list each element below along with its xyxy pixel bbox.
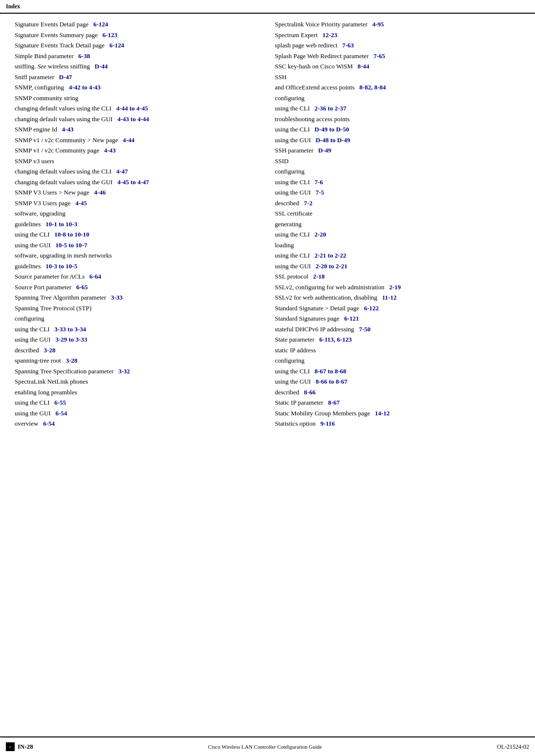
- index-entry: overview 6-54: [15, 419, 260, 429]
- index-entry: using the CLI D-49 to D-50: [275, 125, 521, 134]
- index-entry: Spectrum Expert 12-23: [275, 30, 521, 40]
- index-entry: State parameter 6-113, 6-123: [275, 335, 521, 345]
- right-column: Spectralink Voice Priority parameter 4-9…: [275, 20, 521, 430]
- index-entry: Simple Bind parameter 6-38: [15, 51, 260, 61]
- index-entry: changing default values using the GUI 4-…: [15, 114, 260, 124]
- left-column: Signature Events Detail page 6-124Signat…: [15, 20, 260, 430]
- index-entry: described 8-66: [275, 388, 521, 397]
- index-entry: using the CLI 2-21 to 2-22: [275, 251, 521, 260]
- index-entry: changing default values using the CLI 4-…: [15, 167, 260, 176]
- index-entry: static IP address: [275, 346, 521, 355]
- index-entry: Statistics option 9-116: [275, 419, 521, 429]
- index-entry: configuring: [275, 167, 521, 176]
- index-entry: configuring: [15, 314, 260, 324]
- index-entry: changing default values using the CLI 4-…: [15, 104, 260, 113]
- index-entry: using the CLI 8-67 to 8-68: [275, 367, 521, 376]
- index-entry: SSLv2, configuring for web administratio…: [275, 282, 521, 292]
- index-entry: Source parameter for ACLs 6-64: [15, 272, 260, 281]
- index-entry: SSH parameter D-49: [275, 146, 521, 155]
- index-entry: using the GUI 6-54: [15, 409, 260, 418]
- index-entry: using the CLI 2-36 to 2-37: [275, 104, 521, 113]
- index-entry: SNMP v3 users: [15, 156, 260, 166]
- index-entry: SpectraLink NetLink phones: [15, 377, 260, 387]
- index-entry: SSL protocol 2-18: [275, 272, 521, 281]
- index-entry: Source Port parameter 6-65: [15, 282, 260, 292]
- page-header: Index: [0, 0, 535, 14]
- index-entry: troubleshooting access points: [275, 114, 521, 124]
- index-entry: Signature Events Summary page 6-123: [15, 30, 260, 40]
- index-entry: SNMP V3 Users > New page 4-46: [15, 188, 260, 197]
- index-entry: configuring: [275, 356, 521, 366]
- page-footer: ▪ IN-28 Cisco Wireless LAN Controller Co…: [0, 736, 535, 756]
- index-entry: SNMP V3 Users page 4-45: [15, 198, 260, 208]
- index-entry: SSID: [275, 156, 521, 166]
- index-entry: Standard Signatures page 6-121: [275, 314, 521, 324]
- footer-left: ▪ IN-28: [6, 742, 33, 751]
- index-entry: SSLv2 for web authentication, disabling …: [275, 293, 521, 302]
- footer-center-text: Cisco Wireless LAN Controller Configurat…: [208, 744, 322, 750]
- index-entry: Spanning Tree Specification parameter 3-…: [15, 367, 260, 376]
- index-entry: SNMP, configuring 4-42 to 4-43: [15, 83, 260, 92]
- header-label: Index: [6, 3, 20, 10]
- index-entry: and OfficeExtend access points 8-82, 8-8…: [275, 83, 521, 92]
- index-entry: generating: [275, 219, 521, 229]
- index-entry: using the CLI 10-8 to 10-10: [15, 230, 260, 239]
- main-content: Signature Events Detail page 6-124Signat…: [0, 0, 535, 459]
- index-entry: using the GUI 8-66 to 8-67: [275, 377, 521, 387]
- index-entry: SSC key-hash on Cisco WiSM 8-44: [275, 62, 521, 71]
- index-entry: Signature Events Detail page 6-124: [15, 20, 260, 29]
- index-entry: Signature Events Track Detail page 6-124: [15, 41, 260, 50]
- index-entry: using the GUI 2-20 to 2-21: [275, 261, 521, 271]
- index-entry: described 7-2: [275, 198, 521, 208]
- index-entry: Static IP parameter 8-67: [275, 398, 521, 408]
- index-entry: guidelines 10-1 to 10-3: [15, 219, 260, 229]
- index-entry: SSL certificate: [275, 209, 521, 218]
- index-entry: stateful DHCPv6 IP addressing 7-50: [275, 324, 521, 334]
- index-entry: configuring: [275, 93, 521, 103]
- index-entry: splash page web redirect 7-63: [275, 41, 521, 50]
- index-entry: changing default values using the GUI 4-…: [15, 177, 260, 187]
- index-entry: guidelines 10-3 to 10-5: [15, 261, 260, 271]
- index-entry: enabling long preambles: [15, 388, 260, 397]
- index-entry: SSH: [275, 72, 521, 82]
- index-entry: Spanning Tree Algorithm parameter 3-33: [15, 293, 260, 302]
- index-entry: software, upgrading in mesh networks: [15, 251, 260, 260]
- index-entry: Standard Signature > Detail page 6-122: [275, 303, 521, 313]
- index-entry: using the GUI 7-5: [275, 188, 521, 197]
- index-entry: sniffing. See wireless sniffing D-44: [15, 62, 260, 71]
- index-entry: using the CLI 7-6: [275, 177, 521, 187]
- index-entry: SNMP engine Id 4-43: [15, 125, 260, 134]
- index-entry: using the CLI 3-33 to 3-34: [15, 324, 260, 334]
- index-entry: Spanning Tree Protocol (STP): [15, 303, 260, 313]
- index-entry: SNMP v1 / v2c Community > New page 4-44: [15, 135, 260, 145]
- index-entry: Sniff parameter D-47: [15, 72, 260, 82]
- index-entry: using the GUI D-48 to D-49: [275, 135, 521, 145]
- footer-square-icon: ▪: [6, 742, 15, 751]
- index-entry: SNMP v1 / v2c Community page 4-43: [15, 146, 260, 155]
- index-entry: described 3-28: [15, 346, 260, 355]
- index-entry: SNMP community string: [15, 93, 260, 103]
- index-entry: spanning-tree root 3-28: [15, 356, 260, 366]
- index-entry: using the GUI 10-5 to 10-7: [15, 240, 260, 250]
- index-entry: Splash Page Web Redirect parameter 7-65: [275, 51, 521, 61]
- index-entry: Spectralink Voice Priority parameter 4-9…: [275, 20, 521, 29]
- index-entry: using the GUI 3-29 to 3-33: [15, 335, 260, 345]
- index-entry: software, upgrading: [15, 209, 260, 218]
- index-entry: using the CLI 6-55: [15, 398, 260, 408]
- index-entry: using the CLI 2-20: [275, 230, 521, 239]
- footer-right-text: OL-21524-02: [497, 743, 529, 751]
- footer-page-id: IN-28: [18, 743, 33, 751]
- index-entry: Static Mobility Group Members page 14-12: [275, 409, 521, 418]
- index-entry: loading: [275, 240, 521, 250]
